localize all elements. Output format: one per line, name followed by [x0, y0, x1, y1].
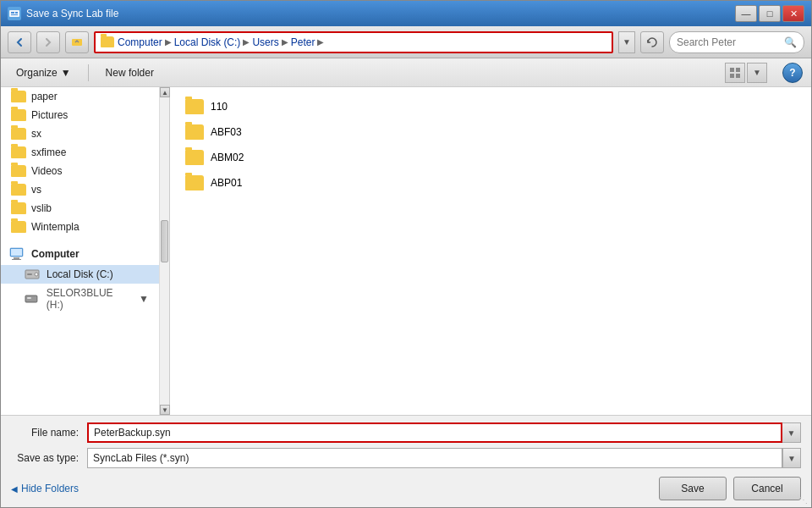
sidebar-item-videos[interactable]: Videos: [1, 162, 159, 180]
close-button[interactable]: ✕: [782, 5, 804, 22]
cancel-button[interactable]: Cancel: [733, 477, 801, 500]
localdisk-icon: [25, 268, 41, 280]
minimize-button[interactable]: —: [735, 5, 757, 22]
folder-icon: [185, 150, 204, 165]
search-icon: 🔍: [784, 36, 797, 48]
view-mode-button[interactable]: [725, 63, 745, 83]
breadcrumb-localdisk[interactable]: Local Disk (C:) ▶: [174, 36, 253, 48]
svg-point-14: [35, 273, 38, 276]
breadcrumb-folder-icon: [101, 36, 114, 47]
bottom-area: File name: ▼ Save as type: SyncLab Files…: [1, 415, 811, 507]
svg-rect-8: [736, 74, 740, 78]
filetype-select[interactable]: SyncLab Files (*.syn): [87, 448, 782, 468]
breadcrumb-peter[interactable]: Peter ▶: [291, 36, 327, 48]
scrollbar-track[interactable]: [160, 97, 169, 405]
sidebar-removable[interactable]: SELOR3BLUE (H:) ▼: [1, 284, 159, 314]
expand-arrow: ▼: [139, 293, 149, 305]
scrollbar-thumb[interactable]: [161, 220, 168, 262]
action-buttons: Save Cancel: [659, 477, 801, 500]
svg-rect-16: [25, 295, 37, 302]
sidebar-item-vs[interactable]: vs: [1, 180, 159, 199]
toolbar-divider: [88, 64, 89, 81]
sidebar-item-wintempla[interactable]: Wintempla: [1, 218, 159, 236]
search-input[interactable]: [677, 36, 781, 48]
filetype-dropdown-button[interactable]: ▼: [782, 448, 801, 468]
sidebar-item-vslib[interactable]: vslib: [1, 199, 159, 218]
filetype-label: Save as type:: [11, 452, 87, 464]
refresh-button[interactable]: [640, 31, 664, 53]
sidebar-item-sx[interactable]: sx: [1, 124, 159, 143]
file-item-abf03[interactable]: ABF03: [178, 121, 803, 143]
filename-row: File name: ▼: [11, 422, 801, 443]
breadcrumb-users[interactable]: Users ▶: [252, 36, 290, 48]
svg-rect-15: [27, 273, 32, 275]
breadcrumb-dropdown[interactable]: ▼: [618, 31, 635, 53]
filename-label: File name:: [11, 427, 87, 439]
file-item-110[interactable]: 110: [178, 96, 803, 118]
folder-icon: [11, 165, 26, 177]
organize-button[interactable]: Organize ▼: [9, 64, 78, 81]
help-button[interactable]: ?: [782, 63, 803, 83]
up-button[interactable]: [65, 31, 89, 53]
forward-button[interactable]: [36, 31, 60, 53]
hide-folders-button[interactable]: ◀ Hide Folders: [11, 483, 79, 494]
resize-handle[interactable]: ⋱: [799, 495, 809, 505]
folder-icon: [185, 124, 204, 140]
search-box[interactable]: 🔍: [669, 31, 804, 53]
folder-icon: [11, 184, 26, 196]
sidebar: paper Pictures sx sxfimee Videos: [1, 87, 170, 415]
svg-rect-5: [730, 68, 734, 72]
svg-rect-1: [11, 12, 14, 14]
sidebar-computer-section[interactable]: Computer: [1, 243, 159, 265]
folder-icon: [11, 91, 26, 102]
window-icon: [8, 7, 21, 20]
address-bar: Computer ▶ Local Disk (C:) ▶ Users ▶ Pet…: [1, 26, 811, 58]
view-dropdown-button[interactable]: ▼: [747, 63, 767, 83]
maximize-button[interactable]: □: [759, 5, 781, 22]
scrollbar-up-arrow[interactable]: ▲: [160, 87, 170, 97]
folder-icon: [11, 221, 26, 233]
svg-rect-6: [736, 68, 740, 72]
filename-input-wrapper: ▼: [87, 422, 801, 443]
organize-dropdown-icon: ▼: [61, 67, 71, 79]
svg-rect-3: [11, 14, 18, 15]
svg-rect-10: [11, 249, 22, 256]
file-item-abp01[interactable]: ABP01: [178, 172, 803, 194]
sidebar-item-paper[interactable]: paper: [1, 87, 159, 106]
window-controls: — □ ✕: [735, 5, 804, 22]
main-content: paper Pictures sx sxfimee Videos: [1, 87, 811, 415]
folder-icon: [185, 99, 204, 114]
folder-icon: [11, 109, 26, 121]
svg-rect-11: [14, 257, 19, 259]
bottom-actions: ◀ Hide Folders Save Cancel: [11, 477, 801, 500]
filename-dropdown-button[interactable]: ▼: [782, 422, 801, 443]
folder-icon: [11, 128, 26, 140]
toolbar: Organize ▼ New folder ▼ ?: [1, 58, 811, 87]
svg-rect-2: [15, 12, 18, 14]
folder-icon: [11, 146, 26, 158]
breadcrumb-computer[interactable]: Computer ▶: [118, 36, 174, 48]
filetype-select-wrapper: SyncLab Files (*.syn) ▼: [87, 448, 801, 468]
filename-input[interactable]: [87, 422, 782, 443]
scrollbar-down-arrow[interactable]: ▼: [160, 405, 170, 415]
sidebar-localdisk[interactable]: Local Disk (C:): [1, 265, 159, 284]
view-buttons: ▼: [725, 63, 767, 83]
sidebar-spacer: [1, 236, 159, 243]
filetype-row: Save as type: SyncLab Files (*.syn) ▼: [11, 448, 801, 468]
sidebar-scrollbar[interactable]: ▲ ▼: [159, 87, 169, 415]
breadcrumb[interactable]: Computer ▶ Local Disk (C:) ▶ Users ▶ Pet…: [94, 31, 613, 53]
title-bar: Save a Sync Lab file — □ ✕: [1, 1, 811, 26]
svg-rect-7: [730, 74, 734, 78]
sidebar-item-sxfimee[interactable]: sxfimee: [1, 143, 159, 162]
computer-icon: [9, 247, 26, 261]
sidebar-item-pictures[interactable]: Pictures: [1, 106, 159, 124]
file-list: 110 ABF03 ABM02 ABP01: [170, 87, 811, 415]
save-button[interactable]: Save: [659, 477, 727, 500]
sidebar-inner: paper Pictures sx sxfimee Videos: [1, 87, 159, 415]
back-button[interactable]: [8, 31, 31, 53]
file-item-abm02[interactable]: ABM02: [178, 146, 803, 168]
folder-icon: [185, 175, 204, 190]
new-folder-button[interactable]: New folder: [99, 64, 161, 81]
hide-folders-icon: ◀: [11, 484, 18, 494]
window-title: Save a Sync Lab file: [26, 8, 735, 19]
